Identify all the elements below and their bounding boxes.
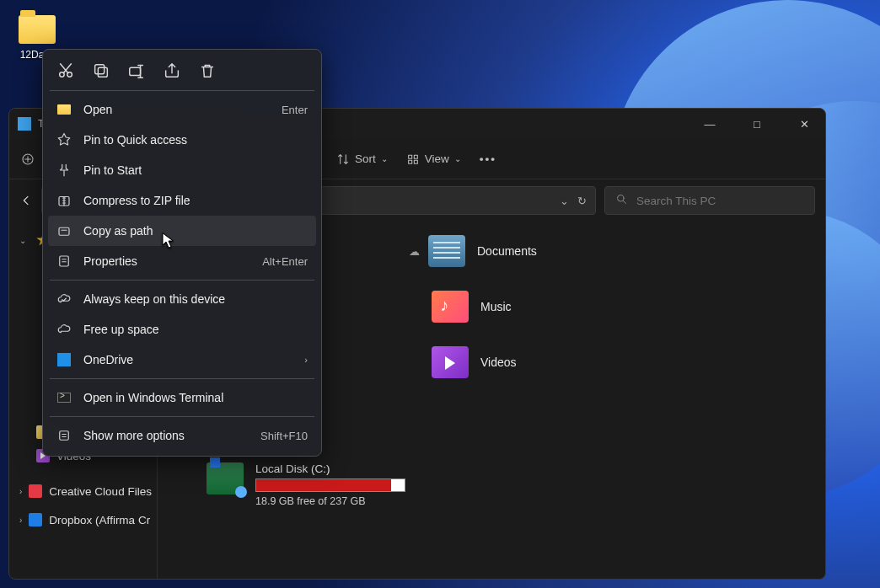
svg-rect-1 bbox=[408, 155, 411, 158]
copy-icon[interactable] bbox=[92, 61, 110, 80]
sort-label: Sort bbox=[355, 152, 376, 165]
folder-icon bbox=[56, 102, 72, 117]
music-icon bbox=[432, 291, 469, 323]
menu-item-always-keep[interactable]: Always keep on this device bbox=[48, 284, 316, 314]
context-menu: Open Enter Pin to Quick access Pin to St… bbox=[42, 49, 322, 457]
menu-item-open-terminal[interactable]: Open in Windows Terminal bbox=[48, 382, 316, 413]
menu-item-properties[interactable]: Properties Alt+Enter bbox=[48, 246, 316, 276]
terminal-icon bbox=[56, 390, 72, 405]
menu-item-onedrive[interactable]: OneDrive › bbox=[48, 345, 316, 375]
svg-rect-8 bbox=[98, 67, 107, 77]
pin-icon bbox=[56, 132, 72, 147]
separator bbox=[50, 90, 314, 91]
more-options-icon bbox=[56, 428, 72, 443]
sort-button[interactable]: Sort⌄ bbox=[336, 152, 388, 166]
svg-rect-14 bbox=[60, 431, 69, 441]
search-input[interactable] bbox=[636, 195, 804, 207]
drive-usage-bar bbox=[255, 478, 405, 492]
share-icon[interactable] bbox=[163, 61, 181, 80]
onedrive-icon bbox=[56, 352, 72, 367]
svg-rect-12 bbox=[59, 227, 69, 235]
pin-start-icon bbox=[56, 163, 72, 178]
close-button[interactable]: ✕ bbox=[791, 118, 817, 131]
svg-rect-3 bbox=[408, 160, 411, 163]
sidebar-item-dropbox[interactable]: ›Dropbox (Affirma Cr bbox=[14, 508, 152, 532]
svg-rect-4 bbox=[414, 160, 417, 163]
dropbox-icon bbox=[29, 513, 42, 527]
chevron-right-icon: › bbox=[304, 355, 308, 365]
menu-item-copy-as-path[interactable]: Copy as path bbox=[48, 216, 316, 246]
maximize-button[interactable]: □ bbox=[744, 118, 770, 131]
svg-rect-10 bbox=[130, 67, 141, 75]
svg-rect-2 bbox=[414, 155, 417, 158]
properties-icon bbox=[56, 254, 72, 269]
sidebar-item-creative-cloud[interactable]: ›Creative Cloud Files bbox=[14, 479, 152, 503]
svg-rect-13 bbox=[60, 256, 69, 266]
more-button[interactable]: ••• bbox=[480, 152, 496, 165]
delete-icon[interactable] bbox=[198, 61, 217, 80]
menu-item-show-more-options[interactable]: Show more options Shift+F10 bbox=[48, 420, 316, 451]
cut-icon[interactable] bbox=[56, 61, 75, 80]
zip-icon bbox=[56, 193, 72, 208]
mouse-cursor bbox=[162, 233, 174, 253]
videos-folder-icon bbox=[432, 346, 469, 378]
search-icon bbox=[615, 193, 628, 208]
svg-rect-9 bbox=[95, 65, 105, 74]
svg-point-5 bbox=[618, 195, 625, 202]
menu-item-open[interactable]: Open Enter bbox=[48, 94, 316, 125]
drive-name: Local Disk (C:) bbox=[255, 462, 405, 475]
folder-icon bbox=[19, 15, 56, 44]
menu-item-free-up-space[interactable]: Free up space bbox=[48, 314, 316, 345]
cloud-check-icon bbox=[56, 291, 72, 307]
cloud-icon bbox=[56, 322, 72, 337]
refresh-icon[interactable]: ↻ bbox=[577, 195, 587, 207]
drive-local-disk-c[interactable]: Local Disk (C:) 18.9 GB free of 237 GB bbox=[207, 462, 810, 507]
separator bbox=[50, 280, 314, 281]
drive-icon bbox=[207, 462, 244, 494]
menu-item-pin-start[interactable]: Pin to Start bbox=[48, 155, 316, 185]
folder-documents[interactable]: ☁ Documents bbox=[409, 235, 537, 267]
separator bbox=[50, 378, 314, 379]
this-pc-icon bbox=[18, 117, 31, 131]
view-button[interactable]: View⌄ bbox=[406, 152, 461, 166]
minimize-button[interactable]: — bbox=[697, 118, 722, 131]
cloud-status-icon: ☁ bbox=[409, 245, 420, 258]
creative-cloud-icon bbox=[29, 484, 42, 498]
context-menu-icon-row bbox=[48, 55, 316, 87]
menu-item-compress-zip[interactable]: Compress to ZIP file bbox=[48, 185, 316, 216]
drive-free-text: 18.9 GB free of 237 GB bbox=[255, 495, 405, 507]
rename-icon[interactable] bbox=[127, 61, 146, 80]
address-chevron-icon[interactable]: ⌄ bbox=[560, 195, 569, 207]
folder-videos[interactable]: Videos bbox=[409, 346, 537, 378]
nav-back-button[interactable] bbox=[19, 194, 33, 207]
view-label: View bbox=[425, 152, 449, 165]
search-box[interactable] bbox=[604, 186, 815, 215]
folder-music[interactable]: Music bbox=[409, 291, 537, 323]
documents-icon bbox=[428, 235, 465, 267]
copy-path-icon bbox=[56, 223, 72, 238]
menu-item-pin-quick-access[interactable]: Pin to Quick access bbox=[48, 125, 316, 155]
new-button[interactable] bbox=[21, 152, 35, 166]
separator bbox=[50, 416, 314, 417]
